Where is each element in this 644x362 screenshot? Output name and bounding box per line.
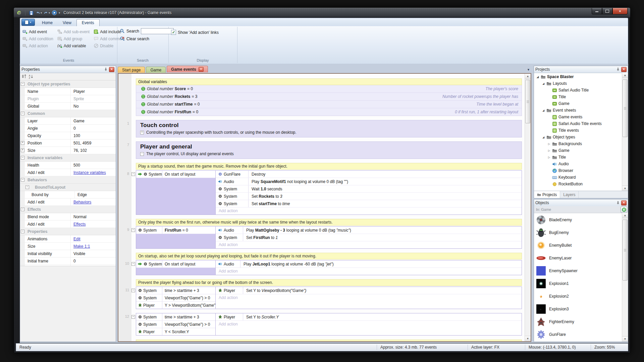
property-row[interactable]: Health500 (20, 162, 116, 169)
panel-tab-layers[interactable]: Layers (560, 191, 579, 198)
object-item-explosion1[interactable]: Explosion1 (534, 277, 622, 290)
property-row[interactable]: LayerGame (20, 117, 116, 125)
global-variable-row[interactable]: Global number Rockets = 3Number of rocke… (136, 93, 522, 101)
tree-item-title-events[interactable]: Title events (534, 127, 622, 134)
event-comment[interactable]: Prevent the player flying ahead too far … (136, 279, 522, 286)
tree-item-keyboard[interactable]: Keyboard (534, 174, 622, 181)
global-variable-row[interactable]: Global number Score = 0The player's scor… (136, 85, 522, 93)
show-add-action-links-checkbox[interactable]: ✓ (171, 30, 176, 35)
collapse-icon[interactable]: − (21, 207, 24, 211)
property-row[interactable]: SizeMake 1:1 (20, 243, 116, 250)
action-row[interactable]: SystemSet Rockets to 3 (216, 193, 522, 200)
action-row[interactable]: GunFlareDestroy (216, 171, 522, 178)
sheet-tab-game[interactable]: Game (146, 67, 166, 73)
object-item-explosion3[interactable]: Explosion3 (534, 303, 622, 315)
scroll-up-icon[interactable]: ▲ (622, 73, 628, 78)
condition-row[interactable]: Systemtime > starttime + 3 (136, 313, 215, 321)
object-item-bladeenemy[interactable]: BladeEnemy (534, 214, 622, 226)
collapse-icon[interactable]: − (21, 178, 24, 182)
titlebar[interactable]: ▾ ▾ ▾ Construct 2 beta release r107 (Adm… (14, 8, 630, 18)
property-category-effects[interactable]: −Effects (20, 206, 116, 213)
expanded-arrow-icon[interactable]: ◢ (542, 136, 545, 139)
close-tab-icon[interactable]: × (199, 67, 204, 72)
qat-customize-icon[interactable]: ▾ (59, 11, 60, 14)
maximize-button[interactable] (602, 8, 612, 14)
object-item-fighterenemy[interactable]: FighterEnemy (534, 315, 622, 328)
property-row[interactable]: Angle0 (20, 125, 116, 132)
event-comment[interactable]: Fire lasers 10 times a second while enem… (136, 340, 522, 341)
tree-item-event-sheets[interactable]: ◢Event sheets (534, 107, 622, 114)
collapse-icon[interactable]: − (21, 82, 24, 86)
condition-row[interactable]: Systemtime > starttime + 3 (136, 287, 215, 294)
add-variable-button[interactable]: (x)Add variable (56, 42, 91, 49)
collapse-icon[interactable]: − (21, 156, 24, 160)
global-variable-row[interactable]: Global number FirstRun = 00 if first run… (136, 108, 522, 116)
event-sheet-scrollbar[interactable]: ▲ ▼ (525, 74, 531, 341)
add-action-link[interactable]: Add action (216, 268, 522, 275)
add-event-button[interactable]: Add event (21, 28, 54, 35)
group-collapse-icon[interactable]: + (140, 131, 144, 134)
event-drag-area[interactable] (136, 234, 215, 248)
property-row[interactable]: Add / editInstance variables (20, 169, 116, 176)
ribbon-tab-events[interactable]: Events (76, 19, 100, 27)
scrollbar-thumb[interactable] (623, 220, 628, 281)
property-category-instance-variables[interactable]: −Instance variables (20, 154, 116, 162)
group-collapse-icon[interactable]: - (140, 152, 144, 156)
action-row[interactable]: PlayerSet Y to Scroller.Y (216, 313, 522, 321)
go-up-button[interactable]: ▲ (621, 206, 627, 213)
event-collapse-icon[interactable]: − (131, 262, 135, 266)
redo-dropdown-icon[interactable]: ▾ (49, 11, 50, 14)
scrollbar-thumb[interactable] (525, 80, 530, 123)
scroll-down-icon[interactable]: ▼ (525, 336, 531, 341)
action-row[interactable]: PlayerSet Y to ViewportBottom("Game") (216, 287, 522, 294)
collapsed-arrow-icon[interactable]: ▷ (547, 156, 551, 159)
collapsed-arrow-icon[interactable]: ▷ (547, 142, 551, 145)
property-link[interactable]: Instance variables (73, 170, 106, 175)
event-drag-area[interactable] (136, 178, 215, 215)
tree-item-space-blaster[interactable]: ◢Space Blaster (534, 73, 622, 80)
categorize-icon[interactable] (21, 74, 26, 79)
expanded-arrow-icon[interactable]: ◢ (542, 109, 545, 112)
sheet-tab-start-page[interactable]: Start page (118, 67, 145, 73)
event-collapse-icon[interactable]: − (131, 228, 135, 232)
scroll-down-icon[interactable]: ▼ (622, 186, 628, 191)
add-action-link[interactable]: Add action (216, 294, 522, 301)
action-row[interactable]: SystemWait 1.0 seconds (216, 185, 522, 193)
property-category-object-type-properties[interactable]: −Object type properties (20, 80, 116, 88)
undo-dropdown-icon[interactable]: ▾ (41, 11, 42, 14)
expanded-arrow-icon[interactable]: ◢ (536, 75, 539, 78)
property-link[interactable]: Make 1:1 (73, 244, 90, 249)
redo-button[interactable]: ▾ (44, 10, 50, 15)
action-row[interactable]: AudioPlay JetLoop1 looping at volume -60… (216, 260, 522, 268)
collapsed-arrow-icon[interactable]: ▷ (547, 149, 551, 152)
object-item-enemyspawner[interactable]: EnemySpawner (534, 264, 622, 277)
property-category-common[interactable]: −Common (20, 110, 116, 117)
expanded-arrow-icon[interactable]: ◢ (542, 82, 545, 85)
tree-item-title[interactable]: Title (534, 94, 622, 100)
expand-icon[interactable]: + (21, 141, 24, 145)
property-row[interactable]: +Size76, 102 (20, 147, 116, 154)
panel-tab-projects[interactable]: Projects (534, 191, 560, 198)
property-row[interactable]: Initial visibilityVisible (20, 250, 116, 257)
event-group[interactable]: Touch control+Controlling the player spa… (136, 120, 522, 137)
property-category-boundtolayout[interactable]: −BoundToLayout (20, 184, 116, 191)
condition-row[interactable]: SystemViewportTop("Game") > 0 (136, 321, 215, 328)
action-row[interactable]: AudioPlay SquareMotif1 not looping at vo… (216, 178, 522, 185)
action-row[interactable]: SystemSet FirstRun to 1 (216, 234, 522, 241)
property-row[interactable]: GlobalNo (20, 103, 116, 110)
close-button[interactable]: × (612, 8, 628, 14)
add-action-link[interactable]: Add action (216, 241, 522, 248)
event-comment[interactable]: Only play the music on the first run, ot… (136, 219, 522, 226)
collapse-icon[interactable]: − (21, 112, 24, 115)
object-item-bugenemy[interactable]: BugEnemy (534, 226, 622, 239)
add-action-link[interactable]: Add action (216, 207, 522, 215)
tree-item-rocketbutton[interactable]: RocketButton (534, 181, 622, 187)
object-item-enemylaser[interactable]: EnemyLaser (534, 252, 622, 264)
condition-row[interactable]: SystemFirstRun = 0 (136, 227, 215, 234)
pin-icon[interactable] (616, 67, 620, 72)
condition-row[interactable]: SystemViewportTop("Game") > 0 (136, 294, 215, 302)
property-row[interactable]: Add / editEffects (20, 221, 116, 228)
property-value[interactable]: Instance variables (70, 169, 116, 176)
event-comment[interactable]: Play a startup sound, then start the gam… (136, 163, 522, 170)
condition-row[interactable]: SystemOn start of layout (136, 260, 215, 268)
